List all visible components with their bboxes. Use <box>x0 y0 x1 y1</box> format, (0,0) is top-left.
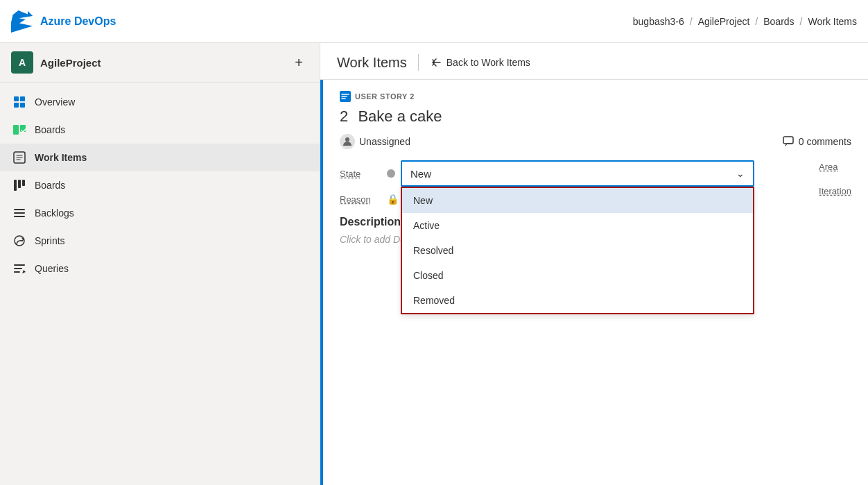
sidebar-item-queries[interactable]: Queries <box>0 255 320 282</box>
svg-rect-9 <box>22 180 25 186</box>
project-name: AgileProject <box>40 57 101 69</box>
overview-label: Overview <box>35 96 75 108</box>
sidebar-item-boards-section[interactable]: Boards <box>0 116 320 144</box>
sidebar-project: A AgileProject <box>11 51 101 74</box>
work-item-detail: USER STORY 2 2 Bake a cake <box>320 80 868 485</box>
sidebar-item-boards[interactable]: Boards <box>0 171 320 199</box>
work-item-body: USER STORY 2 2 Bake a cake <box>323 80 868 485</box>
content: Work Items Back to Work Items <box>320 43 868 485</box>
area-label[interactable]: Area <box>819 162 851 172</box>
breadcrumb-sep2: / <box>755 16 758 27</box>
state-field: State New ⌄ New Active Resolv <box>340 160 754 187</box>
option-active[interactable]: Active <box>402 213 753 238</box>
work-item-type-label: USER STORY 2 <box>355 92 415 101</box>
option-new[interactable]: New <box>402 188 753 213</box>
assignee-area[interactable]: Unassigned <box>340 134 410 149</box>
state-dot <box>387 169 395 178</box>
sidebar-item-backlogs[interactable]: Backlogs <box>0 199 320 227</box>
breadcrumb: bugbash3-6 / AgileProject / Boards / Wor… <box>633 16 857 27</box>
svg-rect-0 <box>14 96 19 101</box>
sidebar-nav: Overview Boards <box>0 83 320 288</box>
project-avatar: A <box>11 51 33 74</box>
reason-label: Reason <box>340 194 381 205</box>
back-btn-label: Back to Work Items <box>446 57 530 68</box>
svg-rect-5 <box>20 125 26 132</box>
boards-section-icon <box>12 123 26 137</box>
svg-rect-19 <box>783 137 793 144</box>
breadcrumb-sep1: / <box>690 16 693 27</box>
right-fields: Area Iteration <box>819 160 851 196</box>
svg-rect-3 <box>20 103 25 108</box>
breadcrumb-sep3: / <box>800 16 803 27</box>
work-item-meta: Unassigned 0 comments <box>340 134 851 149</box>
backlogs-icon <box>12 206 26 220</box>
svg-rect-4 <box>13 125 19 135</box>
state-dropdown[interactable]: New ⌄ <box>401 160 754 187</box>
main-layout: A AgileProject + Overview <box>0 43 868 485</box>
assignee-label: Unassigned <box>359 136 410 147</box>
option-resolved[interactable]: Resolved <box>402 238 753 263</box>
work-item-number: 2 <box>340 108 348 125</box>
chevron-down-icon: ⌄ <box>736 168 745 179</box>
svg-rect-14 <box>14 264 25 266</box>
header-divider <box>418 54 419 71</box>
work-items-label: Work Items <box>35 152 87 163</box>
state-dropdown-value: New <box>410 168 431 180</box>
svg-rect-15 <box>14 268 22 269</box>
overview-icon <box>12 95 26 109</box>
svg-point-18 <box>345 137 349 142</box>
svg-rect-2 <box>14 103 19 108</box>
add-project-button[interactable]: + <box>289 53 309 72</box>
breadcrumb-page: Work Items <box>808 16 857 27</box>
state-dropdown-container: New ⌄ New Active Resolved Closed Removed <box>401 160 754 187</box>
svg-rect-1 <box>20 96 25 101</box>
boards-section-label: Boards <box>35 124 65 135</box>
state-label: State <box>340 169 381 179</box>
logo-text: Azure DevOps <box>40 15 116 28</box>
svg-rect-16 <box>14 271 20 273</box>
boards-icon <box>12 178 26 192</box>
queries-label: Queries <box>35 263 69 274</box>
comments-icon <box>782 135 795 148</box>
comments-count: 0 comments <box>799 136 851 147</box>
svg-rect-12 <box>14 216 25 217</box>
sprints-label: Sprints <box>35 235 65 246</box>
work-item-title: 2 Bake a cake <box>340 108 851 126</box>
breadcrumb-project[interactable]: bugbash3-6 <box>633 16 684 27</box>
sidebar: A AgileProject + Overview <box>0 43 320 485</box>
backlogs-label: Backlogs <box>35 207 74 219</box>
topbar: Azure DevOps bugbash3-6 / AgileProject /… <box>0 0 868 43</box>
logo-area: Azure DevOps <box>11 10 116 33</box>
fields-row: State New ⌄ New Active Resolv <box>340 160 851 205</box>
comments-area[interactable]: 0 comments <box>782 135 851 148</box>
iteration-label[interactable]: Iteration <box>819 186 851 196</box>
svg-rect-8 <box>18 180 21 188</box>
back-to-work-items-button[interactable]: Back to Work Items <box>430 56 530 69</box>
svg-rect-7 <box>14 180 17 191</box>
content-title: Work Items <box>337 55 407 71</box>
assignee-avatar <box>340 134 355 149</box>
work-item-type: USER STORY 2 <box>340 91 851 102</box>
work-item-title-text: Bake a cake <box>358 108 442 125</box>
sidebar-item-overview[interactable]: Overview <box>0 88 320 116</box>
state-dropdown-options: New Active Resolved Closed Removed <box>401 187 754 314</box>
svg-rect-11 <box>14 212 25 214</box>
sidebar-item-work-items[interactable]: Work Items <box>0 144 320 171</box>
azure-devops-logo-icon <box>11 10 33 33</box>
back-icon <box>430 56 442 69</box>
svg-rect-10 <box>14 209 25 210</box>
option-closed[interactable]: Closed <box>402 263 753 288</box>
sidebar-item-sprints[interactable]: Sprints <box>0 227 320 255</box>
breadcrumb-org[interactable]: AgileProject <box>698 16 750 27</box>
user-story-icon <box>340 91 351 102</box>
sidebar-header: A AgileProject + <box>0 43 320 83</box>
person-icon <box>342 136 353 147</box>
content-header: Work Items Back to Work Items <box>320 43 868 80</box>
queries-icon <box>12 262 26 275</box>
lock-icon: 🔒 <box>387 194 399 205</box>
option-removed[interactable]: Removed <box>402 288 753 313</box>
breadcrumb-section[interactable]: Boards <box>763 16 794 27</box>
sprints-icon <box>12 234 26 248</box>
boards-label: Boards <box>35 180 65 191</box>
work-items-icon <box>12 151 26 164</box>
